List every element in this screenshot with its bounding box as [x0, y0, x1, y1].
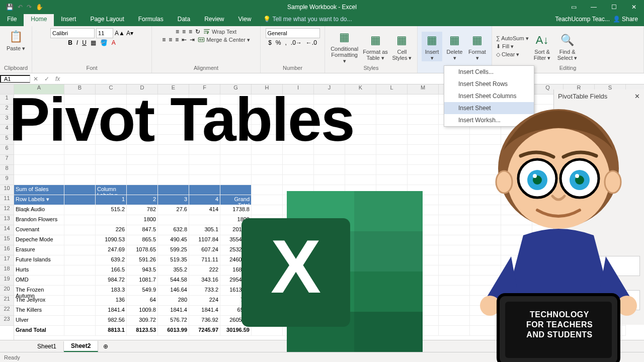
- cell[interactable]: OMD: [14, 276, 64, 286]
- cell[interactable]: 8813.1: [96, 326, 127, 336]
- cell[interactable]: 414: [189, 205, 220, 215]
- cell[interactable]: 632.8: [158, 225, 189, 235]
- cell[interactable]: 224: [189, 296, 220, 306]
- cell[interactable]: [314, 155, 345, 165]
- row-header[interactable]: 10: [0, 185, 14, 195]
- underline-button[interactable]: U: [82, 39, 87, 46]
- cell[interactable]: Ulver: [14, 316, 64, 326]
- close-icon[interactable]: ✕: [624, 0, 644, 14]
- cell[interactable]: Row Labels ▾: [14, 195, 64, 205]
- cell[interactable]: 280: [158, 296, 189, 306]
- row-header[interactable]: 16: [0, 245, 14, 255]
- cell[interactable]: 736.92: [189, 316, 220, 326]
- cell[interactable]: Hurts: [14, 265, 64, 276]
- row-header[interactable]: 21: [0, 296, 14, 306]
- tab-page-layout[interactable]: Page Layout: [83, 14, 131, 26]
- col-header[interactable]: L: [376, 84, 408, 95]
- cell[interactable]: 733.2: [189, 286, 220, 296]
- indent-dec-icon[interactable]: ⇤: [182, 36, 187, 43]
- cell[interactable]: [408, 105, 439, 115]
- row-header[interactable]: 19: [0, 276, 14, 286]
- cell[interactable]: Sum of Sales: [14, 185, 64, 195]
- cell[interactable]: [408, 175, 439, 185]
- row-header[interactable]: 17: [0, 255, 14, 265]
- cell[interactable]: The Killers: [14, 306, 64, 316]
- wrap-text-button[interactable]: Wrap Text: [203, 28, 236, 35]
- cell[interactable]: [408, 165, 439, 175]
- cell[interactable]: 576.72: [158, 316, 189, 326]
- cell[interactable]: 711.11: [189, 255, 220, 265]
- cell[interactable]: 27.6: [158, 205, 189, 215]
- bold-button[interactable]: B: [68, 39, 72, 46]
- cell[interactable]: [64, 235, 96, 245]
- cell[interactable]: [64, 276, 96, 286]
- cell[interactable]: [96, 175, 127, 185]
- cell[interactable]: [252, 165, 283, 175]
- cell[interactable]: Erasure: [14, 245, 64, 255]
- cell[interactable]: [96, 165, 127, 175]
- cell[interactable]: [64, 215, 96, 225]
- cell[interactable]: 607.24: [189, 245, 220, 255]
- cell[interactable]: 2: [127, 195, 158, 205]
- cell[interactable]: 8123.53: [127, 326, 158, 336]
- row-header[interactable]: 23: [0, 316, 14, 326]
- cell[interactable]: [408, 125, 439, 135]
- font-size-combo[interactable]: [96, 28, 113, 38]
- cell[interactable]: 639.2: [96, 255, 127, 265]
- cell[interactable]: [189, 185, 220, 195]
- cell[interactable]: 544.58: [158, 276, 189, 286]
- align-center-icon[interactable]: ≡: [169, 36, 172, 43]
- minimize-icon[interactable]: —: [584, 0, 604, 14]
- maximize-icon[interactable]: ☐: [604, 0, 624, 14]
- cell[interactable]: [376, 105, 408, 115]
- cell[interactable]: [64, 245, 96, 255]
- cell[interactable]: [408, 135, 439, 145]
- cell[interactable]: [189, 155, 220, 165]
- tab-data[interactable]: Data: [171, 14, 197, 26]
- cell[interactable]: [189, 215, 220, 225]
- format-as-table-button[interactable]: ▦Format as Table ▾: [362, 32, 389, 61]
- fill-button[interactable]: ⬇ Fill ▾: [496, 43, 529, 50]
- cell[interactable]: [345, 155, 376, 165]
- cell[interactable]: [376, 135, 408, 145]
- tab-view[interactable]: View: [231, 14, 259, 26]
- merge-center-button[interactable]: Merge & Center ▾: [198, 36, 250, 43]
- cell[interactable]: 982.56: [96, 316, 127, 326]
- cell[interactable]: [64, 265, 96, 276]
- cell[interactable]: [220, 155, 252, 165]
- align-left-icon[interactable]: ≡: [162, 36, 166, 43]
- cell[interactable]: Brandon Flowers: [14, 215, 64, 225]
- new-sheet-icon[interactable]: ⊕: [98, 343, 113, 350]
- cell[interactable]: 943.5: [127, 265, 158, 276]
- cell[interactable]: 1090.53: [96, 235, 127, 245]
- sheet-tab-2[interactable]: Sheet2: [64, 341, 98, 352]
- cell[interactable]: [189, 175, 220, 185]
- cell[interactable]: [64, 296, 96, 306]
- cell[interactable]: [283, 165, 314, 175]
- font-name-combo[interactable]: [50, 28, 95, 38]
- cell[interactable]: [189, 165, 220, 175]
- cell[interactable]: [376, 175, 408, 185]
- touch-icon[interactable]: ✋: [36, 4, 43, 11]
- align-mid-icon[interactable]: ≡: [182, 28, 186, 35]
- percent-icon[interactable]: %: [276, 39, 281, 46]
- menu-insert-cells[interactable]: Insert Cells...: [444, 66, 534, 78]
- orientation-icon[interactable]: ↻: [195, 28, 200, 35]
- cell[interactable]: [127, 155, 158, 165]
- cell[interactable]: 549.9: [127, 286, 158, 296]
- ribbon-options-icon[interactable]: ▭: [564, 0, 584, 14]
- cell[interactable]: 305.1: [189, 225, 220, 235]
- cell[interactable]: 519.35: [158, 255, 189, 265]
- cell[interactable]: Grand Total: [14, 326, 64, 336]
- cell[interactable]: [14, 155, 64, 165]
- cell[interactable]: [96, 155, 127, 165]
- cell-styles-button[interactable]: ▦Cell Styles ▾: [391, 32, 413, 61]
- cell[interactable]: Future Islands: [14, 255, 64, 265]
- cell[interactable]: [14, 165, 64, 175]
- cell[interactable]: [283, 175, 314, 185]
- cell[interactable]: 847.5: [127, 225, 158, 235]
- tab-home[interactable]: Home: [24, 14, 54, 26]
- cell[interactable]: [64, 195, 96, 205]
- cell[interactable]: 1078.65: [127, 245, 158, 255]
- cell[interactable]: [345, 175, 376, 185]
